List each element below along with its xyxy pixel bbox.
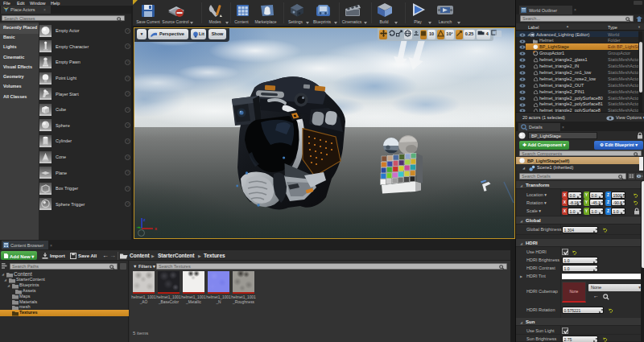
svg-text:z: z (143, 217, 146, 222)
svg-text:x: x (155, 226, 158, 231)
